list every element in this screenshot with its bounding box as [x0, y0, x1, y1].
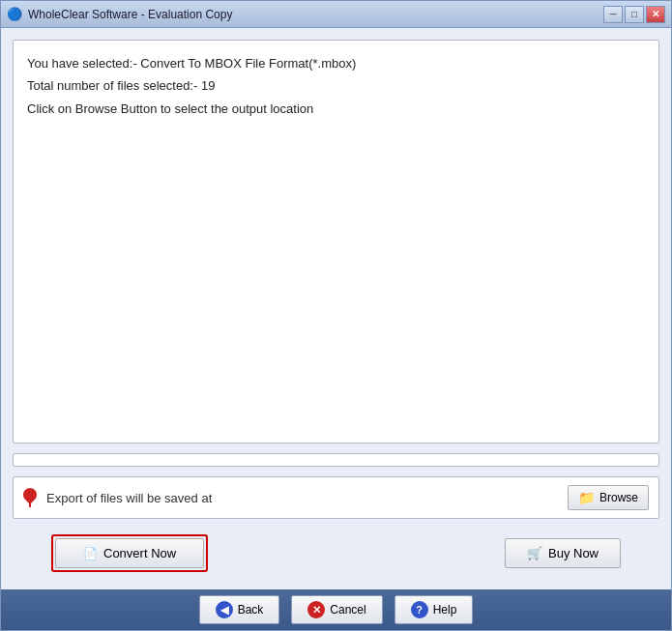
close-button[interactable]: ✕ [646, 6, 665, 23]
help-button-label: Help [433, 603, 457, 617]
back-icon: ◀ [216, 601, 233, 618]
help-icon: ? [411, 601, 428, 618]
buy-button-label: Buy Now [548, 546, 599, 560]
title-bar: 🔵 WholeClear Software - Evaluation Copy … [1, 1, 671, 28]
back-button[interactable]: ◀ Back [199, 595, 280, 624]
browse-button[interactable]: 📁 Browse [568, 485, 649, 510]
folder-icon: 📁 [578, 490, 595, 505]
cancel-icon: ✕ [307, 601, 325, 618]
action-section: 📄 Convert Now 🛒 Buy Now [13, 529, 659, 578]
window-controls: ─ □ ✕ [603, 6, 665, 23]
window-content: You have selected:- Convert To MBOX File… [1, 28, 671, 589]
export-section: Export of files will be saved at 📁 Brows… [13, 476, 659, 519]
info-line-2: Total number of files selected:- 19 [27, 74, 645, 97]
app-icon: 🔵 [7, 7, 22, 22]
progress-section [13, 453, 659, 467]
cancel-button-label: Cancel [330, 603, 365, 617]
export-label: Export of files will be saved at [46, 491, 558, 505]
window-title: WholeClear Software - Evaluation Copy [28, 8, 603, 21]
location-pin-icon [23, 488, 37, 507]
progress-bar-container [13, 453, 659, 467]
buy-now-button[interactable]: 🛒 Buy Now [505, 538, 621, 568]
info-line-1: You have selected:- Convert To MBOX File… [27, 52, 645, 74]
cancel-button[interactable]: ✕ Cancel [291, 595, 382, 624]
info-line-3: Click on Browse Button to select the out… [27, 98, 645, 120]
convert-button-wrapper: 📄 Convert Now [51, 534, 208, 572]
minimize-button[interactable]: ─ [603, 6, 623, 23]
back-button-label: Back [238, 603, 264, 617]
browse-button-label: Browse [599, 491, 638, 504]
convert-icon: 📄 [83, 547, 98, 560]
cart-icon: 🛒 [527, 546, 542, 560]
maximize-button[interactable]: □ [625, 6, 644, 23]
convert-button-label: Convert Now [103, 546, 176, 560]
convert-now-button[interactable]: 📄 Convert Now [55, 538, 204, 568]
bottom-bar: ◀ Back ✕ Cancel ? Help [1, 589, 671, 630]
main-window: 🔵 WholeClear Software - Evaluation Copy … [0, 0, 672, 631]
info-box: You have selected:- Convert To MBOX File… [13, 40, 659, 444]
help-button[interactable]: ? Help [394, 595, 474, 624]
